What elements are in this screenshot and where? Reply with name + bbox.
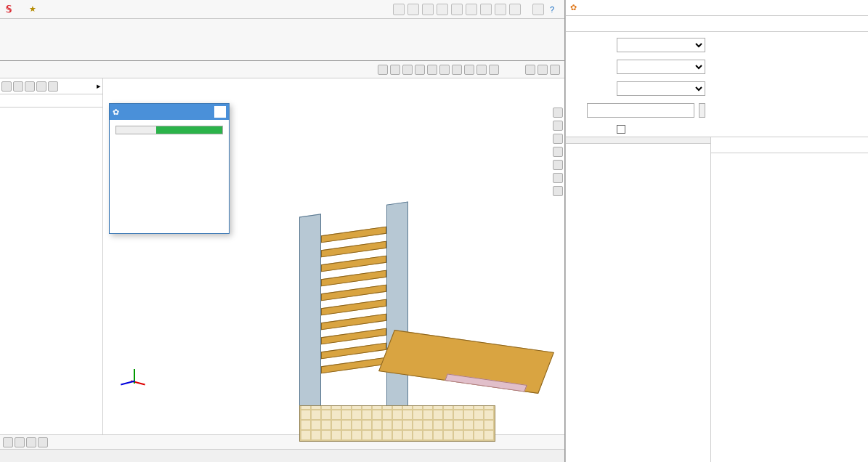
heads-up-zoom-icon[interactable] <box>553 160 563 170</box>
heads-up-rotate-icon[interactable] <box>553 134 563 144</box>
bigclass-select[interactable] <box>617 38 705 52</box>
product-form <box>566 32 711 137</box>
tab-nav-next-icon[interactable] <box>26 437 36 447</box>
view-orient-icon[interactable] <box>427 65 437 75</box>
solidworks-window: ★ ? <box>0 0 565 462</box>
title-bar: ★ ? <box>0 0 564 19</box>
update-dimensions-dialog: ✿ <box>109 103 230 234</box>
prev-view-icon[interactable] <box>402 65 413 75</box>
view-settings-icon[interactable] <box>489 65 499 75</box>
new-icon[interactable] <box>407 4 419 15</box>
rebuild-icon[interactable] <box>495 4 506 15</box>
command-tabs <box>0 61 564 78</box>
display-style-icon[interactable] <box>439 65 450 75</box>
tool-title-bar: ✿ <box>566 0 868 16</box>
feature-tree[interactable] <box>0 108 102 434</box>
undo-icon[interactable] <box>466 4 477 15</box>
tool-top-area <box>566 32 868 137</box>
scene-icon[interactable] <box>476 65 487 75</box>
hide-show-icon[interactable] <box>452 65 462 75</box>
search-icon[interactable] <box>532 4 544 15</box>
model-select[interactable] <box>617 81 705 96</box>
tool-icon: ✿ <box>570 3 577 12</box>
options-icon[interactable] <box>509 4 521 15</box>
zoom-area-icon[interactable] <box>390 65 400 75</box>
ribbon <box>0 19 564 61</box>
center-area: ▸ <box>0 78 564 434</box>
status-bar <box>0 449 564 462</box>
browse-button[interactable] <box>699 103 705 118</box>
param-tabs <box>711 137 868 153</box>
spinner-icon <box>144 147 195 198</box>
window-cascade-icon[interactable] <box>525 65 535 75</box>
naming-checkbox[interactable] <box>617 125 625 134</box>
orientation-triad[interactable] <box>119 362 148 391</box>
tree-config-icon[interactable] <box>13 81 23 92</box>
tree-prop-icon[interactable] <box>36 81 46 92</box>
window-tile-icon[interactable] <box>538 65 548 75</box>
tab-nav-prev-icon[interactable] <box>15 437 25 447</box>
section-view-icon[interactable] <box>415 65 425 75</box>
tree-expand-icon[interactable]: ▸ <box>97 81 101 91</box>
progress-bar <box>115 126 223 134</box>
feature-tree-pane: ▸ <box>0 78 103 434</box>
viewport-side-toolbar <box>553 108 563 196</box>
zoom-fit-icon[interactable] <box>378 65 388 75</box>
tab-nav-first-icon[interactable] <box>3 437 13 447</box>
view-toolbar <box>378 65 564 75</box>
heads-up-pan-icon[interactable] <box>553 121 563 131</box>
design-tool-panel: ✿ <box>565 0 868 462</box>
window-close-icon[interactable] <box>550 65 560 75</box>
heads-up-fit-icon[interactable] <box>553 173 563 183</box>
help-icon[interactable]: ? <box>547 5 557 14</box>
dialog-close-button[interactable] <box>214 106 226 118</box>
tree-appearance-icon[interactable] <box>48 81 58 92</box>
tool-mid-area <box>566 137 868 462</box>
structure-tree-title <box>566 137 710 144</box>
tool-main-tabs <box>566 16 868 32</box>
heads-up-select-icon[interactable] <box>553 186 563 196</box>
save-icon[interactable] <box>437 4 448 15</box>
tree-display-icon[interactable] <box>25 81 35 92</box>
dialog-icon: ✿ <box>113 108 119 117</box>
action-buttons <box>711 32 868 137</box>
sw-logo <box>0 4 20 15</box>
parameter-pane <box>711 137 868 462</box>
home-icon[interactable] <box>393 4 405 15</box>
subclass-select[interactable] <box>617 60 705 74</box>
quick-access-toolbar: ? <box>393 4 564 15</box>
structure-tree-pane <box>566 137 711 462</box>
heads-up-home-icon[interactable] <box>553 108 563 118</box>
tree-filter[interactable] <box>0 94 102 108</box>
path-input[interactable] <box>587 103 694 118</box>
heads-up-section-icon[interactable] <box>553 147 563 157</box>
open-icon[interactable] <box>422 4 434 15</box>
tree-toolbar: ▸ <box>0 78 102 94</box>
structure-tree[interactable] <box>566 144 710 462</box>
appearance-icon[interactable] <box>464 65 474 75</box>
select-icon[interactable] <box>480 4 492 15</box>
param-table-container <box>711 153 868 462</box>
menu-star-icon: ★ <box>25 4 41 14</box>
tree-assembly-icon[interactable] <box>1 81 12 92</box>
tab-nav-last-icon[interactable] <box>38 437 48 447</box>
print-icon[interactable] <box>451 4 463 15</box>
3d-model <box>277 187 546 449</box>
